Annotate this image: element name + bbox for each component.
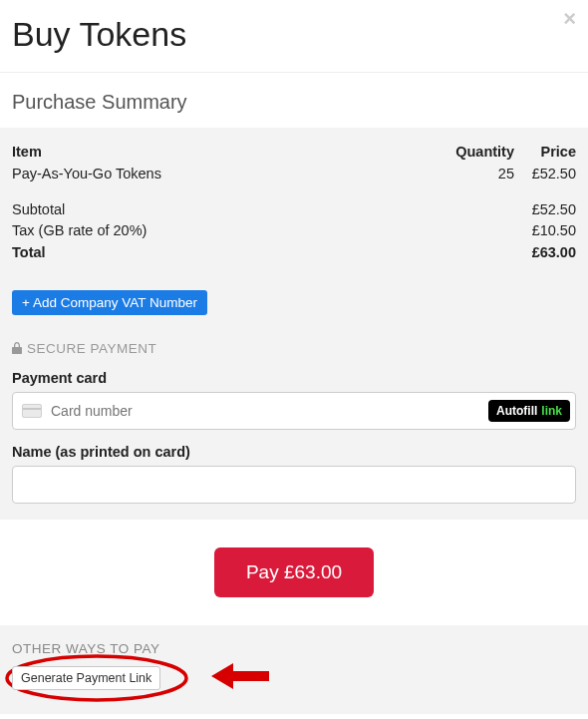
col-qty-header: Quantity <box>442 142 514 164</box>
name-on-card-input[interactable] <box>12 466 576 504</box>
name-input-wrap <box>12 466 576 504</box>
subtotal-value: £52.50 <box>514 199 576 221</box>
generate-payment-link-button[interactable]: Generate Payment Link <box>12 666 160 690</box>
item-qty: 25 <box>442 164 514 185</box>
add-vat-number-button[interactable]: + Add Company VAT Number <box>12 290 207 315</box>
secure-payment-label: SECURE PAYMENT <box>12 341 576 356</box>
annotation-arrow-icon <box>211 661 269 691</box>
col-price-header: Price <box>514 142 576 164</box>
autofill-link-text: link <box>541 404 562 418</box>
tax-value: £10.50 <box>514 220 576 242</box>
col-item-header: Item <box>12 142 442 164</box>
other-ways-block: OTHER WAYS TO PAY Generate Payment Link <box>0 625 588 714</box>
subtotal-label: Subtotal <box>12 199 442 221</box>
total-value: £63.00 <box>514 242 576 264</box>
tax-label: Tax (GB rate of 20%) <box>12 220 442 242</box>
autofill-link-badge[interactable]: Autofill link <box>488 400 570 422</box>
close-button[interactable]: × <box>563 8 576 30</box>
payment-card-label: Payment card <box>12 370 576 386</box>
credit-card-icon <box>22 404 42 418</box>
summary-item-row: Pay-As-You-Go Tokens 25 £52.50 <box>12 164 576 185</box>
summary-header-row: Item Quantity Price <box>12 142 576 164</box>
pay-button-wrap: Pay £63.00 <box>0 520 588 625</box>
purchase-summary-block: Item Quantity Price Pay-As-You-Go Tokens… <box>0 128 588 520</box>
card-input-wrap: Autofill link <box>12 392 576 430</box>
lock-icon <box>12 342 22 354</box>
secure-payment-text: SECURE PAYMENT <box>27 341 156 356</box>
pay-button[interactable]: Pay £63.00 <box>214 547 374 597</box>
total-label: Total <box>12 242 442 264</box>
other-ways-title: OTHER WAYS TO PAY <box>12 641 576 656</box>
name-on-card-label: Name (as printed on card) <box>12 444 576 460</box>
subtotal-row: Subtotal £52.50 <box>12 199 576 221</box>
modal-title: Buy Tokens <box>12 15 576 54</box>
total-row: Total £63.00 <box>12 242 576 264</box>
purchase-summary-title: Purchase Summary <box>0 73 588 128</box>
modal-header: Buy Tokens × <box>0 0 588 73</box>
item-price: £52.50 <box>514 164 576 185</box>
autofill-text: Autofill <box>496 404 537 418</box>
item-name: Pay-As-You-Go Tokens <box>12 164 442 185</box>
tax-row: Tax (GB rate of 20%) £10.50 <box>12 220 576 242</box>
